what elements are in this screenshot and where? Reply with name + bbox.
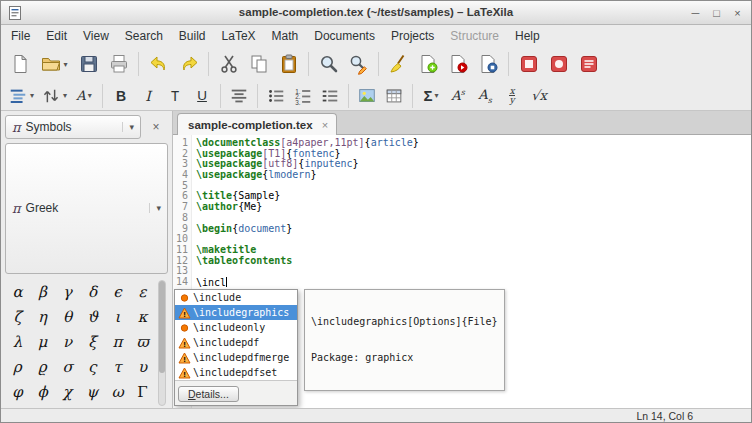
- symbol-cell[interactable]: ζ: [5, 305, 30, 330]
- symbol-cell[interactable]: β: [30, 280, 55, 305]
- center-button[interactable]: [226, 83, 252, 108]
- menu-help[interactable]: Help: [507, 26, 548, 46]
- completion-item-includepdf[interactable]: !\includepdf: [175, 335, 297, 350]
- chevron-down-icon[interactable]: ▾: [63, 60, 67, 69]
- compile-latex-button[interactable]: [414, 50, 443, 78]
- menu-edit[interactable]: Edit: [38, 26, 75, 46]
- symbol-cell[interactable]: λ: [5, 330, 30, 355]
- symbol-cell[interactable]: ε: [130, 280, 155, 305]
- italic-button[interactable]: I: [135, 83, 161, 108]
- math-functions-dropdown[interactable]: Σ▾: [418, 83, 444, 108]
- description-button[interactable]: [317, 83, 343, 108]
- symbol-cell[interactable]: η: [30, 305, 55, 330]
- close-icon[interactable]: ×: [728, 4, 747, 21]
- menu-latex[interactable]: LaTeX: [214, 26, 264, 46]
- new-document-button[interactable]: [5, 50, 34, 78]
- toolbar-separator: [208, 52, 209, 76]
- menu-projects[interactable]: Projects: [383, 26, 442, 46]
- subscript-button[interactable]: As: [472, 83, 498, 108]
- superscript-button[interactable]: As: [445, 83, 471, 108]
- cut-button[interactable]: [214, 50, 243, 78]
- convert-document-button[interactable]: [474, 50, 503, 78]
- symbol-cell[interactable]: ρ: [5, 355, 30, 380]
- bold-button[interactable]: B: [108, 83, 134, 108]
- symbol-cell[interactable]: σ: [55, 355, 80, 380]
- broom-icon: [388, 53, 410, 75]
- enumerate-button[interactable]: 1.2.3.: [290, 83, 316, 108]
- symbol-cell[interactable]: ς: [80, 355, 105, 380]
- completion-item-includegraphics[interactable]: !\includegraphics: [175, 305, 297, 320]
- sqrt-button[interactable]: √x: [526, 83, 552, 108]
- tab-close-icon[interactable]: ×: [322, 119, 328, 131]
- symbol-cell[interactable]: ν: [55, 330, 80, 355]
- menu-view[interactable]: View: [75, 26, 117, 46]
- symbol-cell[interactable]: χ: [55, 380, 80, 405]
- symbol-cell[interactable]: γ: [55, 280, 80, 305]
- typewriter-button[interactable]: T: [162, 83, 188, 108]
- menu-search[interactable]: Search: [117, 26, 171, 46]
- details-button[interactable]: Details...: [178, 386, 239, 402]
- compile-pdflatex-button[interactable]: [444, 50, 473, 78]
- menu-math[interactable]: Math: [264, 26, 307, 46]
- symbol-cell[interactable]: ϖ: [130, 330, 155, 355]
- tab-sample-completion[interactable]: sample-completion.tex ×: [177, 113, 337, 135]
- itemize-button[interactable]: [263, 83, 289, 108]
- symbol-cell[interactable]: ω: [105, 380, 130, 405]
- symbol-cell[interactable]: ξ: [80, 330, 105, 355]
- print-document-button[interactable]: [104, 50, 133, 78]
- sqrt-button-glyph: √x: [531, 88, 547, 103]
- paste-button[interactable]: [274, 50, 303, 78]
- table-button[interactable]: [381, 83, 407, 108]
- completion-item-includeonly[interactable]: \includeonly: [175, 320, 297, 335]
- fraction-button[interactable]: xy: [499, 83, 525, 108]
- symbol-cell[interactable]: ϵ: [105, 280, 130, 305]
- symbol-cell[interactable]: ϱ: [30, 355, 55, 380]
- save-document-button[interactable]: [74, 50, 103, 78]
- symbol-cell[interactable]: φ: [5, 380, 30, 405]
- minimize-icon[interactable]: ─: [686, 4, 705, 21]
- toolbar-separator: [412, 84, 413, 108]
- symbol-cell[interactable]: π: [105, 330, 130, 355]
- symbol-cell[interactable]: τ: [105, 355, 130, 380]
- menu-documents[interactable]: Documents: [306, 26, 383, 46]
- completion-item-includepdfmerge[interactable]: !\includepdfmerge: [175, 350, 297, 365]
- symbol-cell[interactable]: ι: [105, 305, 130, 330]
- symbol-cell[interactable]: δ: [80, 280, 105, 305]
- symbol-cell[interactable]: ψ: [80, 380, 105, 405]
- maximize-icon[interactable]: □: [707, 4, 726, 21]
- sidebar-scrollbar[interactable]: [158, 280, 166, 407]
- underline-button[interactable]: U: [189, 83, 215, 108]
- symbol-cell[interactable]: α: [5, 280, 30, 305]
- completion-item-include[interactable]: \include: [175, 290, 297, 305]
- symbol-category-selector[interactable]: π Greek ▾: [5, 143, 168, 274]
- symbol-cell[interactable]: κ: [130, 305, 155, 330]
- view-pdf-button[interactable]: [544, 50, 573, 78]
- completion-item-includepdfset[interactable]: !\includepdfset: [175, 365, 297, 380]
- symbol-cell[interactable]: Γ: [130, 380, 155, 405]
- undo-button[interactable]: [144, 50, 173, 78]
- search-button[interactable]: [314, 50, 343, 78]
- close-panel-button[interactable]: ×: [144, 115, 168, 139]
- symbol-cell[interactable]: θ: [55, 305, 80, 330]
- scrollbar-thumb[interactable]: [159, 281, 165, 373]
- code-editor[interactable]: 1234567891011121314 \documentclass[a4pap…: [173, 135, 751, 408]
- symbol-cell[interactable]: ϑ: [80, 305, 105, 330]
- symbol-cell[interactable]: ϕ: [30, 380, 55, 405]
- references-dropdown[interactable]: ▾: [38, 83, 70, 108]
- symbol-cell[interactable]: υ: [130, 355, 155, 380]
- view-ps-button[interactable]: [574, 50, 603, 78]
- clean-build-button[interactable]: [384, 50, 413, 78]
- menu-file[interactable]: File: [3, 26, 38, 46]
- menu-structure[interactable]: Structure: [442, 26, 507, 46]
- view-dvi-button[interactable]: [514, 50, 543, 78]
- copy-button[interactable]: [244, 50, 273, 78]
- redo-button[interactable]: [174, 50, 203, 78]
- panel-selector[interactable]: π Symbols ▾: [5, 115, 141, 139]
- symbol-cell[interactable]: μ: [30, 330, 55, 355]
- font-size-dropdown[interactable]: A▾: [71, 83, 97, 108]
- open-document-button[interactable]: ▾: [35, 50, 73, 78]
- menu-build[interactable]: Build: [171, 26, 214, 46]
- search-replace-button[interactable]: [344, 50, 373, 78]
- figure-button[interactable]: [354, 83, 380, 108]
- sections-dropdown[interactable]: ▾: [5, 83, 37, 108]
